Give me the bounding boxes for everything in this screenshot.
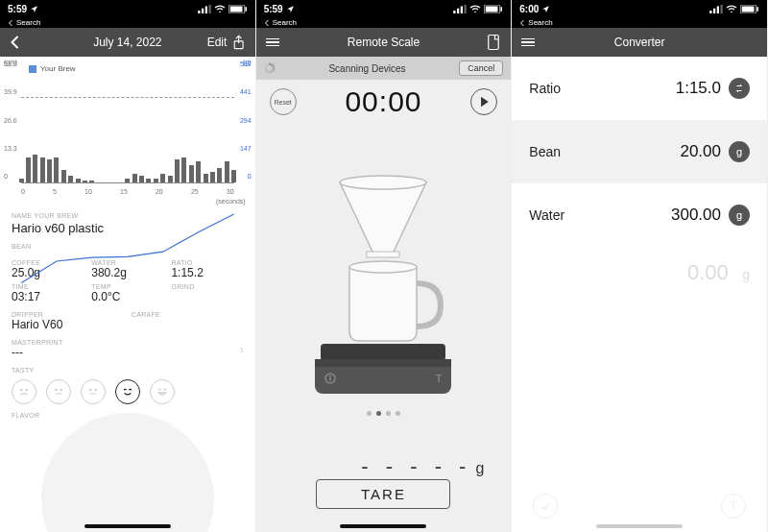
svg-rect-21 — [486, 6, 498, 12]
svg-rect-1 — [202, 8, 204, 12]
svg-point-49 — [731, 11, 732, 12]
play-icon — [479, 96, 490, 108]
check-icon — [540, 500, 552, 513]
status-breadcrumb[interactable]: Search — [0, 17, 255, 28]
svg-rect-22 — [501, 7, 503, 12]
back-button[interactable] — [10, 35, 48, 50]
ytick-left: 26.6 — [4, 116, 17, 123]
water-row[interactable]: Water 300.00 g — [512, 183, 767, 247]
swap-icon[interactable] — [729, 78, 750, 99]
scale-illustration: T — [256, 124, 512, 454]
home-indicator[interactable] — [84, 524, 171, 528]
breadcrumb-label: Search — [16, 18, 40, 27]
scanning-label: Scanning Devices — [276, 63, 460, 74]
ytick-right: 441 — [240, 88, 252, 95]
screen-converter: 6:00 Search Converter Ratio 1:15.0 Be — [512, 0, 768, 532]
scanning-bar: Scanning Devices Cancel — [256, 57, 512, 80]
xticks: 0 5 10 15 20 25 30 — [21, 188, 234, 195]
cancel-button[interactable]: Cancel — [459, 60, 503, 76]
bean-row[interactable]: Bean 20.00 g — [512, 120, 767, 183]
page-title: Converter — [560, 36, 719, 49]
water-unit[interactable]: g — [729, 205, 750, 226]
hamburger-icon — [266, 38, 279, 47]
status-bar: 5:59 — [0, 0, 255, 17]
masterprint-value: --- — [12, 346, 62, 359]
tare-button[interactable]: TARE — [316, 479, 450, 509]
ytick-left: 53.2 — [4, 60, 17, 67]
play-button[interactable] — [470, 88, 497, 115]
edit-button[interactable]: Edit — [207, 36, 228, 49]
svg-rect-32 — [265, 69, 268, 71]
menu-button[interactable] — [266, 38, 304, 47]
svg-rect-3 — [208, 5, 210, 13]
share-icon[interactable] — [232, 35, 245, 50]
wifi-icon — [726, 5, 737, 13]
masterprint-row[interactable]: MASTERPRINT --- › — [12, 339, 244, 359]
nav-header: Remote Scale — [256, 28, 512, 57]
svg-rect-16 — [457, 8, 459, 12]
bean-unit[interactable]: g — [729, 141, 750, 162]
svg-rect-34 — [265, 65, 268, 67]
face-1[interactable] — [12, 379, 36, 404]
home-indicator[interactable] — [596, 524, 683, 528]
signal-icon — [709, 5, 723, 13]
menu-button[interactable] — [521, 38, 560, 47]
ytick-right: 0 — [248, 173, 252, 180]
screen-brew-detail: 5:59 Search July 14, 2022 Edit (g/s) (g)… — [0, 0, 256, 532]
tare-shortcut[interactable]: T — [721, 494, 746, 519]
ytick-left: 0 — [4, 173, 8, 180]
status-time: 5:59 — [8, 4, 27, 14]
water-value: 300.00 — [671, 206, 721, 225]
home-indicator[interactable] — [340, 524, 426, 528]
status-breadcrumb[interactable]: Search — [256, 17, 512, 28]
battery-icon — [740, 5, 759, 13]
svg-rect-39 — [321, 344, 445, 361]
ratio-value: 1:15.0 — [676, 79, 721, 98]
svg-point-10 — [26, 389, 27, 390]
status-bar: 5:59 — [256, 0, 512, 17]
svg-rect-24 — [269, 63, 270, 66]
wifi-icon — [214, 5, 226, 13]
face-4-selected[interactable] — [115, 379, 140, 404]
water-label: Water — [529, 207, 564, 223]
nav-header: Converter — [512, 28, 767, 57]
chart-line — [21, 70, 234, 283]
face-5[interactable] — [150, 379, 175, 404]
status-right — [453, 5, 503, 13]
confirm-button[interactable] — [533, 494, 558, 519]
ytick-right: 587 — [240, 60, 252, 67]
page-dots[interactable] — [367, 411, 400, 416]
reset-button[interactable]: Reset — [270, 88, 297, 115]
screen-remote-scale: 5:59 Search Remote Scale Scanning Device… — [256, 0, 513, 532]
scale-icon — [486, 34, 501, 51]
svg-rect-17 — [461, 6, 463, 13]
svg-point-12 — [60, 389, 61, 390]
status-breadcrumb[interactable]: Search — [512, 17, 767, 28]
signal-icon — [453, 5, 467, 13]
scale-button[interactable] — [463, 34, 501, 51]
svg-rect-2 — [204, 6, 206, 13]
bean-value: 20.00 — [680, 142, 721, 161]
chevron-left-icon — [10, 35, 20, 50]
flavor-wheel[interactable] — [41, 413, 214, 532]
status-right — [709, 5, 759, 13]
face-3[interactable] — [81, 379, 106, 404]
svg-rect-0 — [198, 11, 200, 13]
svg-rect-30 — [269, 71, 270, 74]
spinner-icon — [264, 62, 276, 74]
svg-rect-7 — [245, 7, 247, 12]
face-2[interactable] — [46, 379, 71, 404]
svg-point-13 — [90, 389, 91, 390]
chevron-right-icon: › — [240, 343, 244, 356]
svg-rect-6 — [229, 6, 242, 12]
svg-rect-33 — [264, 68, 267, 69]
page-title: July 14, 2022 — [48, 36, 207, 49]
battery-icon — [228, 5, 248, 13]
svg-rect-45 — [709, 11, 711, 13]
battery-icon — [484, 5, 503, 13]
ratio-row[interactable]: Ratio 1:15.0 — [512, 57, 767, 120]
status-right — [198, 5, 248, 13]
svg-rect-15 — [454, 11, 456, 13]
svg-point-14 — [95, 389, 96, 390]
svg-rect-31 — [266, 70, 268, 73]
